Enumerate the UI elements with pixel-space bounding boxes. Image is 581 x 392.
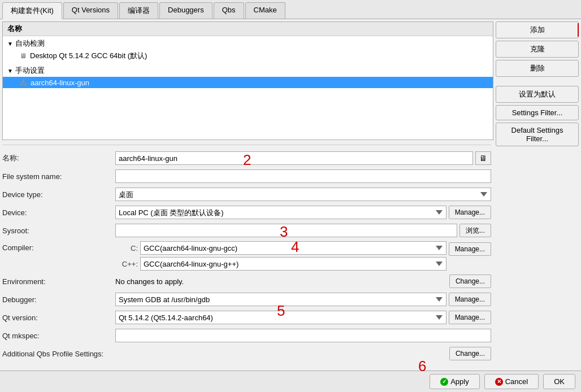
compiler-row: Compiler: C: GCC(aarch64-linux-gnu-gcc) … xyxy=(2,241,491,271)
kit-tree: 名称 ▼ 自动检测 🖥 Desktop Qt 5.14.2 GCC 64bit … xyxy=(2,21,493,140)
clone-button[interactable]: 克隆 xyxy=(496,41,579,58)
environment-change-button[interactable]: Change... xyxy=(449,275,491,288)
cancel-label: Cancel xyxy=(505,377,528,386)
apply-button[interactable]: ✓ Apply xyxy=(430,374,480,389)
delete-button[interactable]: 删除 xyxy=(496,60,579,77)
bottom-bar: ✓ Apply ✕ Cancel OK xyxy=(0,371,581,392)
compiler-group: C: GCC(aarch64-linux-gnu-gcc) C++: GCC(a… xyxy=(115,241,446,271)
content-area: 名称 ▼ 自动检测 🖥 Desktop Qt 5.14.2 GCC 64bit … xyxy=(0,19,581,371)
debugger-select[interactable]: System GDB at /usr/bin/gdb xyxy=(115,293,446,306)
divider xyxy=(2,145,491,145)
device-type-row: Device type: 桌面 xyxy=(2,187,491,202)
add-button[interactable]: 添加 xyxy=(496,21,579,38)
qt-version-manage-button[interactable]: Manage... xyxy=(449,311,491,324)
filesystem-row: File system name: xyxy=(2,169,491,184)
cancel-x-icon: ✕ xyxy=(495,378,503,386)
name-label: 名称: xyxy=(2,153,115,163)
compiler-c-row: C: GCC(aarch64-linux-gnu-gcc) xyxy=(115,241,446,255)
qt-version-row: Qt version: Qt 5.14.2 (Qt5.14.2-aarch64)… xyxy=(2,310,491,325)
device-select[interactable]: Local PC (桌面 类型的默认设备) xyxy=(115,206,446,219)
ok-button[interactable]: OK xyxy=(543,374,575,389)
auto-detect-text: 自动检测 xyxy=(15,38,45,49)
auto-detect-label[interactable]: ▼ 自动检测 xyxy=(3,37,493,50)
manual-group-label[interactable]: ▼ 手动设置 xyxy=(3,64,493,77)
name-row: 名称: 🖥 xyxy=(2,151,491,165)
auto-detect-item-label: Desktop Qt 5.14.2 GCC 64bit (默认) xyxy=(30,51,147,61)
device-type-select[interactable]: 桌面 xyxy=(115,188,491,201)
sysroot-input[interactable] xyxy=(115,224,457,237)
apply-label: Apply xyxy=(450,377,469,386)
sysroot-row: Sysroot: 浏览... xyxy=(2,223,491,238)
debugger-label: Debugger: xyxy=(2,295,115,304)
compiler-cpp-label: C++: xyxy=(115,260,138,268)
manual-group: ▼ 手动设置 ⚠ aarch64-linux-gun xyxy=(3,63,493,89)
filesystem-label: File system name: xyxy=(2,172,115,181)
name-input[interactable] xyxy=(115,151,473,165)
tree-header: 名称 xyxy=(3,22,493,36)
tab-qbs[interactable]: Qbs xyxy=(214,2,244,19)
tab-compiler[interactable]: 编译器 xyxy=(119,2,158,19)
chevron-down-icon: ▼ xyxy=(7,41,13,47)
chevron-down-icon2: ▼ xyxy=(7,68,13,74)
compiler-c-select[interactable]: GCC(aarch64-linux-gnu-gcc) xyxy=(140,241,446,255)
auto-detect-group: ▼ 自动检测 🖥 Desktop Qt 5.14.2 GCC 64bit (默认… xyxy=(3,36,493,63)
warning-icon: ⚠ xyxy=(20,78,27,87)
name-monitor-button[interactable]: 🖥 xyxy=(475,151,491,165)
compiler-c-label: C: xyxy=(115,244,138,252)
right-panel: 添加 克隆 删除 设置为默认 Settings Filter... Defaul… xyxy=(493,19,581,371)
tab-bar: 构建套件(Kit) Qt Versions 编译器 Debuggers Qbs … xyxy=(0,0,581,19)
device-label: Device: xyxy=(2,208,115,217)
tab-kit[interactable]: 构建套件(Kit) xyxy=(2,2,62,19)
apply-check-icon: ✓ xyxy=(440,378,448,386)
compiler-manage-button[interactable]: Manage... xyxy=(449,242,491,256)
tab-cmake[interactable]: CMake xyxy=(245,2,285,19)
device-manage-button[interactable]: Manage... xyxy=(449,206,491,219)
device-row: Device: Local PC (桌面 类型的默认设备) Manage... xyxy=(2,205,491,220)
sysroot-browse-button[interactable]: 浏览... xyxy=(459,224,491,237)
left-panel: 名称 ▼ 自动检测 🖥 Desktop Qt 5.14.2 GCC 64bit … xyxy=(0,19,493,371)
manual-item[interactable]: ⚠ aarch64-linux-gun xyxy=(3,77,493,88)
cancel-button[interactable]: ✕ Cancel xyxy=(484,374,539,389)
detail-panel: 名称: 🖥 File system name: Device type: 桌面 xyxy=(0,147,493,371)
environment-value: No changes to apply. xyxy=(115,277,447,286)
manual-item-label: aarch64-linux-gun xyxy=(31,79,89,87)
settings-filter-button[interactable]: Settings Filter... xyxy=(496,105,579,120)
tab-debuggers[interactable]: Debuggers xyxy=(159,2,213,19)
default-settings-filter-button[interactable]: Default Settings Filter... xyxy=(496,123,579,146)
auto-detect-item[interactable]: 🖥 Desktop Qt 5.14.2 GCC 64bit (默认) xyxy=(3,50,493,62)
environment-label: Environment: xyxy=(2,277,115,286)
qbs-profile-row: Additional Qbs Profile Settings: Change.… xyxy=(2,346,491,361)
device-type-label: Device type: xyxy=(2,190,115,199)
sysroot-label: Sysroot: xyxy=(2,227,115,235)
qt-version-select[interactable]: Qt 5.14.2 (Qt5.14.2-aarch64) xyxy=(115,311,446,324)
environment-row: Environment: No changes to apply. Change… xyxy=(2,274,491,289)
qt-mkspec-input[interactable] xyxy=(115,329,491,342)
debugger-row: Debugger: System GDB at /usr/bin/gdb Man… xyxy=(2,292,491,307)
tab-qt-versions[interactable]: Qt Versions xyxy=(63,2,118,19)
qt-mkspec-label: Qt mkspec: xyxy=(2,332,115,340)
compiler-label: Compiler: xyxy=(2,241,115,252)
set-default-button[interactable]: 设置为默认 xyxy=(496,86,579,103)
qbs-profile-change-button[interactable]: Change... xyxy=(449,347,491,360)
compiler-cpp-row: C++: GCC(aarch64-linux-gnu-g++) xyxy=(115,257,446,271)
manual-group-text: 手动设置 xyxy=(15,66,45,76)
qt-mkspec-row: Qt mkspec: xyxy=(2,328,491,343)
ok-label: OK xyxy=(554,377,565,386)
qt-version-label: Qt version: xyxy=(2,313,115,322)
compiler-cpp-select[interactable]: GCC(aarch64-linux-gnu-g++) xyxy=(140,257,446,271)
qbs-profile-label: Additional Qbs Profile Settings: xyxy=(2,350,115,358)
filesystem-input[interactable] xyxy=(115,169,491,183)
monitor-icon: 🖥 xyxy=(20,52,27,60)
debugger-manage-button[interactable]: Manage... xyxy=(449,293,491,306)
